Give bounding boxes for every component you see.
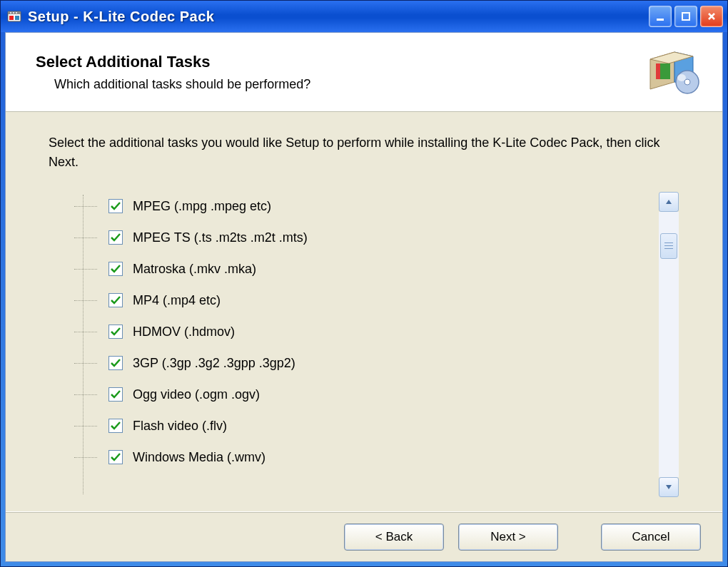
task-label: Ogg video (.ogm .ogv) [133,387,260,402]
svg-rect-5 [9,16,14,20]
svg-point-15 [684,79,690,85]
checkbox-icon[interactable] [108,325,123,339]
instructions-text: Select the additional tasks you would li… [49,133,679,172]
checkbox-icon[interactable] [108,356,123,370]
task-item[interactable]: MPEG TS (.ts .m2ts .m2t .mts) [108,223,649,252]
back-button[interactable]: < Back [344,523,444,551]
checkbox-icon[interactable] [108,230,123,245]
task-label: MP4 (.mp4 etc) [133,293,221,308]
svg-rect-7 [657,19,664,21]
close-button[interactable] [700,6,723,27]
checkbox-icon[interactable] [108,293,123,307]
task-item[interactable]: MP4 (.mp4 etc) [108,286,649,315]
wizard-footer: < Back Next > Cancel [6,511,722,561]
task-label: HDMOV (.hdmov) [133,325,235,339]
task-label: Flash video (.flv) [133,419,227,434]
task-item[interactable]: Flash video (.flv) [108,412,649,440]
task-item[interactable]: HDMOV (.hdmov) [108,317,649,346]
scrollbar[interactable] [658,192,679,497]
svg-point-2 [10,12,11,14]
checkbox-icon[interactable] [108,262,123,276]
task-item[interactable]: Ogg video (.ogm .ogv) [108,380,649,409]
next-button[interactable]: Next > [458,523,558,551]
wizard-body: Select the additional tasks you would li… [6,112,722,511]
scroll-down-button[interactable] [659,477,679,497]
titlebar[interactable]: Setup - K-Lite Codec Pack [1,1,727,32]
svg-rect-12 [660,63,670,79]
svg-rect-8 [682,13,689,20]
window-controls [649,6,723,27]
page-heading: Select Additional Tasks [36,53,645,71]
page-subheading: Which additional tasks should be perform… [54,77,645,92]
wizard-header: Select Additional Tasks Which additional… [6,33,722,112]
svg-point-16 [677,74,686,81]
task-label: 3GP (.3gp .3g2 .3gpp .3gp2) [133,356,295,371]
task-label: MPEG TS (.ts .m2ts .m2t .mts) [133,230,308,245]
checkbox-icon[interactable] [108,199,123,213]
checkbox-icon[interactable] [108,450,123,464]
setup-window: Setup - K-Lite Codec Pack Select Additio… [0,0,728,567]
task-item[interactable]: Matroska (.mkv .mka) [108,255,649,283]
scroll-up-button[interactable] [659,192,679,212]
cancel-button[interactable]: Cancel [601,523,701,551]
task-label: MPEG (.mpg .mpeg etc) [133,199,271,214]
app-icon [6,9,22,24]
svg-point-4 [16,12,17,14]
scroll-thumb[interactable] [660,233,677,259]
task-item[interactable]: MPEG (.mpg .mpeg etc) [108,192,649,220]
tasks-list-container: MPEG (.mpg .mpeg etc) MPEG TS (.ts .m2ts… [49,192,679,497]
window-title: Setup - K-Lite Codec Pack [28,9,649,25]
maximize-button[interactable] [674,6,697,27]
task-item[interactable]: Windows Media (.wmv) [108,443,649,471]
svg-rect-13 [656,63,660,79]
task-label: Matroska (.mkv .mka) [133,262,256,277]
task-label: Windows Media (.wmv) [133,450,266,465]
minimize-button[interactable] [649,6,672,27]
task-item[interactable]: 3GP (.3gp .3g2 .3gpp .3gp2) [108,349,649,377]
checkbox-icon[interactable] [108,419,123,433]
svg-rect-6 [15,16,19,20]
svg-point-3 [13,12,14,14]
tasks-list: MPEG (.mpg .mpeg etc) MPEG TS (.ts .m2ts… [108,192,649,497]
client-area: Select Additional Tasks Which additional… [5,32,723,562]
scroll-track[interactable] [659,212,679,477]
checkbox-icon[interactable] [108,387,123,402]
installer-box-icon [645,46,702,98]
